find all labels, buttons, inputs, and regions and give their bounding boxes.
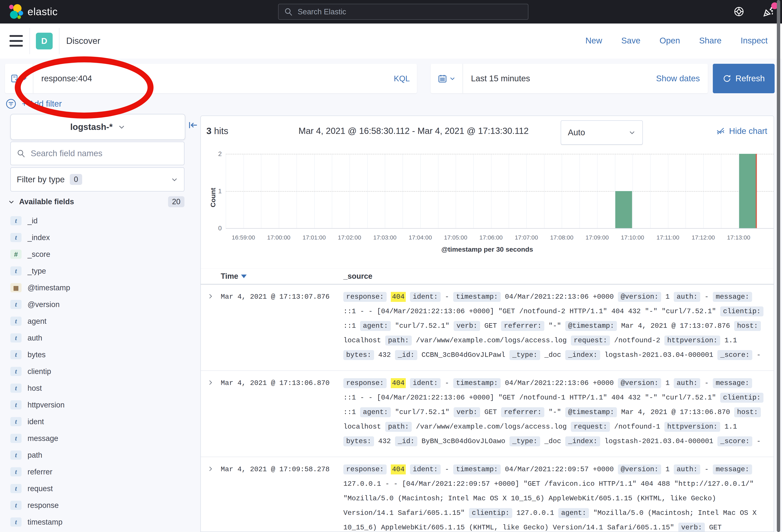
available-fields-header[interactable]: Available fields 20 <box>8 196 184 207</box>
field-value: ::1 <box>343 322 356 330</box>
field-search-input[interactable]: Search field names <box>10 142 184 165</box>
field-item-message[interactable]: tmessage <box>10 430 190 447</box>
field-item-auth[interactable]: tauth <box>10 330 190 346</box>
open-button[interactable]: Open <box>660 36 680 45</box>
show-dates-link[interactable]: Show dates <box>656 74 708 83</box>
field-key: auth: <box>674 464 700 474</box>
field-value: /notfound-1 <box>614 423 660 431</box>
text-field-icon: t <box>10 316 22 326</box>
plot-area: 01216:59:0017:00:0017:01:0017:02:0017:03… <box>226 154 774 229</box>
field-item-_score[interactable]: #_score <box>10 246 190 263</box>
elastic-brand[interactable]: elastic <box>8 4 58 20</box>
text-field-icon: t <box>10 300 22 309</box>
field-key: ident: <box>410 292 441 302</box>
global-search-input[interactable]: Search Elastic <box>278 4 528 20</box>
x-tick-label: 17:04:00 <box>408 234 432 241</box>
field-item-clientip[interactable]: tclientip <box>10 363 190 380</box>
field-key: referrer: <box>501 321 544 331</box>
field-item-host[interactable]: thost <box>10 380 190 396</box>
field-key: request: <box>571 336 610 345</box>
text-field-icon: t <box>10 384 22 393</box>
chevron-down-icon <box>629 129 636 136</box>
x-tick-label: 17:12:00 <box>692 234 715 241</box>
chevron-down-icon <box>21 75 28 82</box>
refresh-button[interactable]: Refresh <box>713 64 775 93</box>
field-item-@version[interactable]: t@version <box>10 296 190 313</box>
time-range-value[interactable]: Last 15 minutes <box>463 74 656 83</box>
field-value: /var/www/example.com/logs/access.log <box>416 337 567 344</box>
help-icon[interactable] <box>733 6 745 17</box>
x-tick-label: 17:11:00 <box>656 234 679 241</box>
time-column-header[interactable]: Time <box>221 272 247 280</box>
expand-row-icon[interactable] <box>201 290 221 363</box>
text-field-icon: t <box>10 266 22 275</box>
hide-chart-button[interactable]: Hide chart <box>716 126 767 136</box>
field-item-agent[interactable]: tagent <box>10 313 190 330</box>
field-name: clientip <box>28 367 51 376</box>
interval-select[interactable]: Auto <box>561 120 643 145</box>
field-key: _id: <box>395 350 417 360</box>
field-name: referrer <box>28 468 52 476</box>
field-value: - <box>704 293 709 301</box>
field-item-bytes[interactable]: tbytes <box>10 346 190 363</box>
field-item-_id[interactable]: t_id <box>10 213 190 229</box>
field-item-_index[interactable]: t_index <box>10 229 190 246</box>
share-button[interactable]: Share <box>699 36 721 45</box>
field-name: host <box>28 384 42 392</box>
histogram-bar-17:13:00[interactable] <box>739 154 756 228</box>
field-item-httpversion[interactable]: thttpversion <box>10 396 190 413</box>
text-field-icon: t <box>10 451 22 460</box>
field-item-referrer[interactable]: treferrer <box>10 463 190 480</box>
save-button[interactable]: Save <box>621 36 640 45</box>
chevron-down-icon <box>118 123 126 131</box>
expand-row-icon[interactable] <box>201 462 221 532</box>
available-fields-label: Available fields <box>19 197 74 206</box>
y-tick-label: 0 <box>206 225 222 232</box>
refresh-icon <box>722 74 731 83</box>
field-value: - <box>704 465 709 473</box>
field-item-@timestamp[interactable]: ▦@timestamp <box>10 279 190 296</box>
field-value: Mar 4, 2021 @ 17:13:07.876 <box>621 322 730 330</box>
field-key: _id: <box>395 436 417 446</box>
field-key: @version: <box>618 378 661 388</box>
field-item-ident[interactable]: tident <box>10 413 190 430</box>
index-pattern-select[interactable]: logstash-* <box>10 114 185 140</box>
add-filter[interactable]: + Add filter <box>6 99 62 109</box>
saved-query-menu-button[interactable] <box>5 64 33 93</box>
filter-by-type-select[interactable]: Filter by type 0 <box>10 167 184 191</box>
query-input[interactable]: response:404 KQL <box>5 64 417 93</box>
field-item-timestamp[interactable]: ttimestamp <box>10 514 190 530</box>
field-key: bytes: <box>343 436 374 446</box>
field-key: agent: <box>558 508 589 518</box>
table-row: Mar 4, 2021 @ 17:13:07.876response: 404 … <box>201 284 774 371</box>
histogram-bar-17:09:30[interactable] <box>615 191 632 228</box>
inspect-button[interactable]: Inspect <box>741 36 768 45</box>
histogram-chart[interactable]: Count 01216:59:0017:00:0017:01:0017:02:0… <box>201 146 774 258</box>
source-column-header[interactable]: _source <box>343 272 372 280</box>
time-cell: Mar 4, 2021 @ 17:13:06.870 <box>221 376 343 449</box>
discover-app-badge[interactable]: D <box>36 33 52 49</box>
field-value: GET <box>709 524 721 532</box>
expand-row-icon[interactable] <box>201 376 221 449</box>
kql-label[interactable]: KQL <box>394 74 417 83</box>
field-item-path[interactable]: tpath <box>10 447 190 463</box>
collapse-sidebar-icon[interactable] <box>188 120 198 130</box>
field-item-_type[interactable]: t_type <box>10 263 190 279</box>
field-item-response[interactable]: tresponse <box>10 497 190 514</box>
field-value: 1 <box>665 379 670 387</box>
filter-icon <box>6 99 16 109</box>
toolbar-actions: NewSaveOpenShareInspect <box>585 36 768 45</box>
query-text[interactable]: response:404 <box>33 74 394 83</box>
calendar-dropdown-button[interactable] <box>431 64 463 93</box>
chevron-down-icon <box>171 176 178 183</box>
field-item-request[interactable]: trequest <box>10 480 190 497</box>
scrollbar[interactable] <box>777 0 780 532</box>
new-button[interactable]: New <box>585 36 602 45</box>
table-row: Mar 4, 2021 @ 17:09:58.278response: 404 … <box>201 457 774 532</box>
field-key: auth: <box>674 378 700 388</box>
menu-icon[interactable] <box>9 35 23 47</box>
filter-by-type-label: Filter by type <box>17 175 65 184</box>
field-key: timestamp: <box>453 378 501 388</box>
field-list: t_idt_index#_scoret_type▦@timestampt@ver… <box>10 213 190 530</box>
field-key: verb: <box>678 523 705 532</box>
